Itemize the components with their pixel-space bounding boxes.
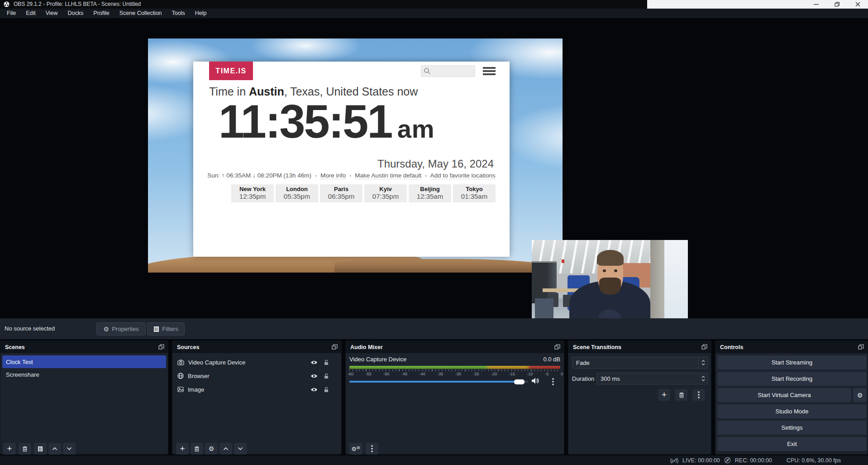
move-scene-down-button[interactable] — [63, 443, 76, 455]
separator: - — [315, 172, 317, 179]
scenes-dock-title: Scenes — [5, 344, 25, 350]
remove-transition-button[interactable] — [675, 389, 687, 401]
source-item-browser[interactable]: Browser — [172, 369, 341, 382]
duration-spinbox[interactable]: 300 ms — [596, 373, 708, 384]
add-source-button[interactable]: + — [176, 443, 189, 455]
dock-popout-icon[interactable] — [332, 344, 338, 350]
properties-button[interactable]: ⚙ Properties — [96, 322, 146, 336]
advanced-audio-properties-button[interactable]: ⚙⚙ — [349, 443, 362, 455]
volume-slider-handle[interactable] — [514, 379, 525, 384]
remove-scene-button[interactable] — [19, 443, 31, 455]
source-properties-button[interactable]: ⚙ — [205, 443, 218, 455]
menu-profile[interactable]: Profile — [88, 9, 114, 18]
clock-meridiem: am — [397, 114, 435, 144]
no-source-selected-label: No source selected — [5, 318, 55, 339]
transition-properties-button[interactable] — [692, 389, 705, 401]
search-icon — [424, 67, 431, 75]
transition-select[interactable]: Fade — [572, 357, 708, 369]
scene-item-clock-test[interactable]: Clock Test — [2, 355, 166, 368]
link-make-default: Make Austin time default — [355, 172, 421, 179]
move-source-up-button[interactable] — [219, 443, 232, 455]
image-icon — [177, 387, 184, 392]
camera-icon — [177, 360, 184, 365]
exit-button[interactable]: Exit — [717, 437, 867, 451]
source-item-video-capture[interactable]: Video Capture Device — [172, 356, 341, 369]
mixer-channel-name: Video Capture Device — [349, 356, 406, 363]
settings-button[interactable]: Settings — [717, 421, 867, 435]
source-item-image[interactable]: Image — [172, 383, 341, 396]
timeis-search-box — [421, 65, 475, 77]
mixer-channel-menu-button[interactable] — [548, 376, 558, 387]
rec-time: REC: 00:00:00 — [735, 457, 772, 464]
controls-dock: Controls Start Streaming Start Recording… — [715, 340, 868, 455]
live-time: LIVE: 00:00:00 — [682, 457, 720, 464]
visibility-eye-icon[interactable] — [310, 374, 318, 379]
scene-filters-button[interactable] — [34, 443, 47, 455]
menu-scene-collection[interactable]: Scene Collection — [114, 9, 167, 18]
speaker-icon[interactable] — [531, 377, 540, 384]
obs-logo-icon — [4, 1, 10, 7]
volume-slider[interactable] — [349, 381, 528, 383]
world-clock-london: London05:35pm — [276, 184, 318, 202]
statusbar: LIVE: 00:00:00 REC: 00:00:00 CPU: 0.6%, … — [0, 455, 868, 465]
world-clock-beijing: Beijing12:35am — [409, 184, 451, 202]
visibility-eye-icon[interactable] — [310, 387, 318, 392]
menu-file[interactable]: File — [2, 9, 21, 18]
menu-docks[interactable]: Docks — [63, 9, 89, 18]
gear-icon: ⚙ — [857, 392, 863, 399]
transitions-dock-title: Scene Transitions — [573, 344, 621, 350]
audio-mixer-dock: Audio Mixer Video Capture Device 0.0 dB … — [345, 340, 564, 455]
studio-mode-button[interactable]: Studio Mode — [717, 404, 867, 418]
menu-tools[interactable]: Tools — [167, 9, 190, 18]
menu-view[interactable]: View — [41, 9, 63, 18]
filters-button[interactable]: Filters — [147, 322, 185, 336]
hamburger-menu-icon — [483, 67, 496, 77]
dock-popout-icon[interactable] — [554, 344, 560, 350]
globe-icon — [177, 373, 184, 379]
scene-item-screenshare[interactable]: Screenshare — [2, 368, 166, 381]
remove-source-button[interactable] — [191, 443, 203, 455]
dock-popout-icon[interactable] — [858, 344, 864, 350]
add-transition-button[interactable]: + — [658, 389, 670, 401]
dock-popout-icon[interactable] — [701, 344, 707, 350]
menubar: File Edit View Docks Profile Scene Colle… — [0, 9, 868, 18]
world-clock-newyork: New York12:35pm — [231, 184, 274, 202]
timeis-date: Thursday, May 16, 2024 — [222, 158, 494, 170]
move-scene-up-button[interactable] — [48, 443, 61, 455]
close-button[interactable] — [847, 0, 868, 9]
clock-digits: 11:35:51 — [219, 96, 392, 147]
titlebar-controls-area — [647, 0, 868, 9]
start-streaming-button[interactable]: Start Streaming — [717, 355, 867, 369]
start-recording-button[interactable]: Start Recording — [717, 372, 867, 386]
spinbox-arrows[interactable] — [699, 376, 708, 381]
sun-info: Sun: ↑ 06:35AM ↓ 08:20PM (13h 46m) — [207, 172, 311, 179]
menu-edit[interactable]: Edit — [21, 9, 41, 18]
live-inactive-icon — [670, 457, 678, 464]
source-toolbar: No source selected ⚙ Properties Filters — [0, 318, 868, 339]
menu-help[interactable]: Help — [190, 9, 212, 18]
filter-icon — [153, 326, 159, 332]
sources-dock-title: Sources — [177, 344, 199, 350]
browser-source-timeis: TIME.IS Time in Austin, Texas, United St… — [193, 62, 510, 257]
lock-icon[interactable] — [324, 360, 329, 365]
minimize-button[interactable] — [806, 0, 826, 9]
preview-canvas[interactable]: TIME.IS Time in Austin, Texas, United St… — [0, 18, 868, 318]
lock-icon[interactable] — [324, 373, 329, 379]
visibility-eye-icon[interactable] — [310, 360, 318, 365]
mixer-menu-button[interactable] — [366, 443, 378, 455]
start-virtual-camera-button[interactable]: Start Virtual Camera — [717, 388, 851, 402]
virtual-camera-settings-button[interactable]: ⚙ — [853, 388, 867, 402]
timeis-sun-line: Sun: ↑ 06:35AM ↓ 08:20PM (13h 46m) - Mor… — [193, 172, 510, 179]
meter-tick-marks — [349, 369, 560, 371]
move-source-down-button[interactable] — [234, 443, 247, 455]
link-add-favorite: Add to favorite locations — [430, 172, 496, 179]
world-clock-tokyo: Tokyo01:35am — [453, 184, 496, 202]
chevron-up-down-icon — [698, 357, 708, 368]
webcam-person-head — [597, 251, 623, 294]
world-clock-paris: Paris06:35pm — [320, 184, 362, 202]
lock-icon[interactable] — [324, 387, 329, 393]
world-clock-kyiv: Kyiv07:35pm — [364, 184, 407, 202]
dock-popout-icon[interactable] — [158, 344, 164, 350]
restore-button[interactable] — [826, 0, 847, 9]
add-scene-button[interactable]: + — [3, 443, 16, 455]
